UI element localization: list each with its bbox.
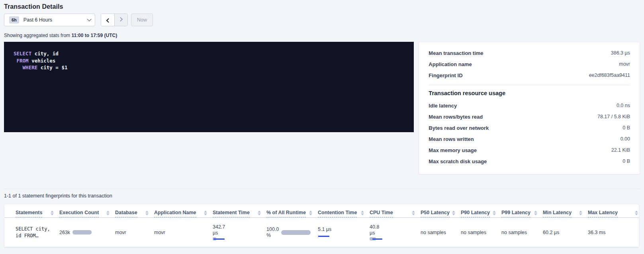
time-range-label: Past 6 Hours [23,17,52,23]
cell-p99-latency: no samples [501,230,543,235]
column-label: Application Name [154,210,196,217]
sort-icon[interactable] [579,211,582,215]
summary-value: ee2df683f5aa9411 [589,72,630,78]
summary-divider [429,85,630,85]
cpu-time-unit: µs [370,230,415,236]
column-label: % of All Runtime [266,210,306,217]
column-header-p99-latency[interactable]: P99 Latency [501,210,543,217]
statement-line-2: id FROM… [16,233,54,239]
resource-label: Mean rows/bytes read [429,114,483,120]
section-divider [4,189,640,189]
sort-icon[interactable] [145,211,149,215]
column-header-min-latency[interactable]: Min Latency [543,210,588,217]
statement-line-1: SELECT city, [16,226,54,233]
column-header-max-latency[interactable]: Max Latency [588,210,639,217]
column-header-statements[interactable]: Statements [16,210,59,217]
details-main-row: SELECT city, id FROM vehicles WHERE city… [4,42,640,174]
statements-table: Statements Execution Count Database Appl… [4,204,639,248]
column-header-percent-runtime[interactable]: % of All Runtime [266,210,318,217]
resource-row-mean-rows-bytes-read: Mean rows/bytes read 78.17 / 5.8 KiB [429,111,630,122]
resource-value: 0 B [622,158,630,164]
sort-icon[interactable] [452,211,455,215]
cell-p50-latency: no samples [421,230,461,235]
cpu-time-value: 40.8 [370,224,415,230]
summary-value: movr [619,61,630,67]
resource-row-bytes-read-over-network: Bytes read over network 0 B [429,122,630,133]
cell-execution-count: 263k [59,230,115,235]
column-label: Contention Time [318,210,357,217]
column-label: Max Latency [588,210,618,217]
cell-statement-time: 342.7 µs [213,224,266,240]
resource-value: 78.17 / 5.8 KiB [597,114,630,119]
cell-min-latency: 60.2 µs [543,230,588,235]
resource-label: Mean rows written [429,136,474,142]
resource-row-max-scratch-disk-usage: Max scratch disk usage 0 B [429,156,630,167]
sort-icon[interactable] [534,211,537,215]
summary-row-fingerprint-id: Fingerprint ID ee2df683f5aa9411 [429,70,630,81]
chevron-down-icon [87,17,91,21]
statement-link[interactable]: SELECT city, id FROM… [16,226,54,239]
resource-row-max-memory-usage: Max memory usage 22.1 KiB [429,145,630,156]
column-header-database[interactable]: Database [115,210,154,217]
column-label: Statements [16,210,42,217]
resource-value: 22.1 KiB [611,147,630,153]
time-controls: 6h Past 6 Hours Now [4,14,640,26]
sort-icon[interactable] [258,211,261,215]
resource-label: Bytes read over network [429,125,489,131]
summary-label: Fingerprint ID [429,72,462,78]
previous-range-button[interactable] [101,14,114,26]
column-header-application-name[interactable]: Application Name [154,210,213,217]
column-header-p50-latency[interactable]: P50 Latency [421,210,461,217]
runtime-bar [281,230,311,235]
summary-row-mean-transaction-time: Mean transaction time 386.3 µs [429,47,630,59]
sort-icon[interactable] [635,211,638,215]
sql-keyword: WHERE [14,64,37,70]
column-label: P90 Latency [461,210,490,217]
column-label: CPU Time [370,210,393,217]
sort-icon[interactable] [493,211,496,215]
sort-icon[interactable] [51,211,54,215]
sort-icon[interactable] [204,211,207,215]
column-header-contention-time[interactable]: Contention Time [318,210,370,217]
resource-row-mean-rows-written: Mean rows written 0.00 [429,133,630,145]
execution-count-value: 263k [59,230,70,235]
sort-icon[interactable] [412,211,415,215]
resource-usage-section-title: Transaction resource usage [429,90,630,96]
aggregated-stats-note: Showing aggregated stats from 11:00 to 1… [4,33,640,38]
resource-row-idle-latency: Idle latency 0.0 ns [429,100,630,111]
resource-label: Max memory usage [429,147,477,153]
sort-icon[interactable] [361,211,364,215]
statements-table-header: Statements Execution Count Database Appl… [4,204,639,218]
summary-label: Mean transaction time [429,50,483,56]
cell-database: movr [115,230,154,235]
cell-max-latency: 36.3 ms [588,230,639,235]
statements-table-caption: 1-1 of 1 statement fingerprints for this… [4,193,640,199]
sql-line: WHERE city = $1 [14,64,404,71]
sort-icon[interactable] [309,211,312,215]
column-label: P99 Latency [501,210,530,217]
now-button[interactable]: Now [131,14,153,26]
resource-value: 0.00 [621,136,630,142]
summary-value: 386.3 µs [611,50,630,56]
cell-contention-time: 5.1 µs [318,227,370,238]
time-range-dropdown[interactable]: 6h Past 6 Hours [4,14,95,26]
runtime-unit: % [266,233,279,238]
next-range-button[interactable] [114,14,127,26]
transaction-details-page: Transaction Details 6h Past 6 Hours Now … [0,0,644,248]
stats-note-range: 11:00 to 17:59 (UTC) [71,33,117,38]
cell-statement: SELECT city, id FROM… [16,226,59,239]
contention-time-bar [318,234,364,238]
column-header-statement-time[interactable]: Statement Time [213,210,266,217]
sql-keyword: SELECT [14,51,31,57]
column-header-execution-count[interactable]: Execution Count [59,210,115,217]
column-header-cpu-time[interactable]: CPU Time [370,210,421,217]
sql-text: vehicles [29,58,56,64]
sql-line: FROM vehicles [14,57,404,64]
column-header-p90-latency[interactable]: P90 Latency [461,210,501,217]
sort-icon[interactable] [106,211,110,215]
cell-percent-runtime: 100.0 % [266,227,318,238]
cell-p90-latency: no samples [461,230,501,235]
contention-time-value: 5.1 µs [318,227,364,232]
time-range-badge: 6h [9,16,19,23]
resource-value: 0.0 ns [617,103,630,108]
